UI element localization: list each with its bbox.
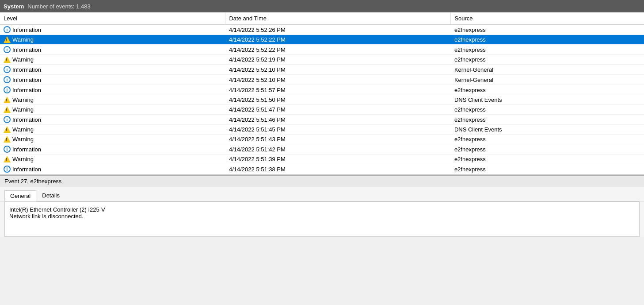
cell-datetime: 4/14/2022 5:52:10 PM (225, 65, 451, 75)
cell-source: e2fnexpress (451, 55, 644, 65)
table-row[interactable]: Warning4/14/2022 5:51:39 PMe2fnexpress (0, 154, 644, 164)
cell-datetime: 4/14/2022 5:52:22 PM (225, 35, 451, 45)
info-icon: i (4, 116, 11, 123)
app-title: System (4, 3, 24, 10)
table-row[interactable]: iInformation4/14/2022 5:51:38 PMe2fnexpr… (0, 164, 644, 174)
table-row[interactable]: iInformation4/14/2022 5:51:46 PMe2fnexpr… (0, 115, 644, 125)
cell-level: Warning (0, 95, 225, 105)
info-icon: i (4, 86, 11, 93)
warning-icon (4, 126, 11, 133)
table-row[interactable]: Warning4/14/2022 5:51:47 PMe2fnexpress (0, 105, 644, 115)
bottom-panel: Event 27, e2fnexpress General Details In… (0, 175, 644, 237)
cell-datetime: 4/14/2022 5:51:39 PM (225, 154, 451, 164)
cell-level: Warning (0, 105, 225, 115)
event-table-body: iInformation4/14/2022 5:52:26 PMe2fnexpr… (0, 25, 644, 174)
warning-icon (4, 106, 11, 113)
cell-datetime: 4/14/2022 5:52:10 PM (225, 75, 451, 85)
cell-source: DNS Client Events (451, 95, 644, 105)
event-count: Number of events: 1,483 (27, 3, 90, 10)
level-text: Warning (12, 126, 34, 133)
table-row[interactable]: iInformation4/14/2022 5:52:10 PMKernel-G… (0, 65, 644, 75)
tab-details[interactable]: Details (36, 190, 65, 201)
info-icon: i (4, 66, 11, 73)
tab-general[interactable]: General (4, 190, 36, 201)
cell-datetime: 4/14/2022 5:52:22 PM (225, 45, 451, 55)
level-text: Information (12, 87, 41, 93)
level-text: Information (12, 66, 41, 73)
cell-level: iInformation (0, 85, 225, 95)
level-text: Information (12, 146, 41, 153)
cell-datetime: 4/14/2022 5:51:42 PM (225, 144, 451, 154)
table-row[interactable]: Warning4/14/2022 5:52:19 PMe2fnexpress (0, 55, 644, 65)
cell-datetime: 4/14/2022 5:51:47 PM (225, 105, 451, 115)
bottom-panel-tabs: General Details (0, 187, 644, 201)
cell-source: e2fnexpress (451, 115, 644, 125)
level-text: Warning (12, 97, 34, 103)
column-header-level[interactable]: Level (0, 12, 225, 25)
cell-source: e2fnexpress (451, 105, 644, 115)
title-bar: System Number of events: 1,483 (0, 0, 644, 12)
cell-level: iInformation (0, 144, 225, 154)
level-text: Warning (12, 36, 34, 43)
warning-icon (4, 36, 11, 43)
cell-datetime: 4/14/2022 5:52:19 PM (225, 55, 451, 65)
cell-source: e2fnexpress (451, 45, 644, 55)
cell-source: e2fnexpress (451, 135, 644, 144)
cell-source: DNS Client Events (451, 125, 644, 135)
bottom-panel-header: Event 27, e2fnexpress (0, 176, 644, 187)
cell-datetime: 4/14/2022 5:51:57 PM (225, 85, 451, 95)
info-icon: i (4, 46, 11, 53)
level-text: Information (12, 77, 41, 83)
table-row[interactable]: iInformation4/14/2022 5:51:57 PMe2fnexpr… (0, 85, 644, 95)
cell-source: e2fnexpress (451, 25, 644, 35)
table-row[interactable]: Warning4/14/2022 5:51:45 PMDNS Client Ev… (0, 125, 644, 135)
table-header-row: Level Date and Time Source (0, 12, 644, 25)
table-row[interactable]: iInformation4/14/2022 5:51:42 PMe2fnexpr… (0, 144, 644, 154)
event-list-container: Level Date and Time Source iInformation4… (0, 12, 644, 175)
table-row[interactable]: Warning4/14/2022 5:51:50 PMDNS Client Ev… (0, 95, 644, 105)
info-icon: i (4, 26, 11, 33)
cell-source: e2fnexpress (451, 35, 644, 45)
cell-source: e2fnexpress (451, 144, 644, 154)
cell-level: Warning (0, 125, 225, 135)
warning-icon (4, 97, 11, 103)
table-row[interactable]: iInformation4/14/2022 5:52:26 PMe2fnexpr… (0, 25, 644, 35)
level-text: Information (12, 46, 41, 53)
cell-level: Warning (0, 154, 225, 164)
level-text: Warning (12, 156, 34, 162)
table-row[interactable]: iInformation4/14/2022 5:52:10 PMKernel-G… (0, 75, 644, 85)
cell-level: iInformation (0, 164, 225, 174)
cell-source: e2fnexpress (451, 85, 644, 95)
warning-icon (4, 156, 11, 162)
level-text: Information (12, 166, 41, 173)
bottom-panel-content: Intel(R) Ethernet Controller (2) I225-V … (4, 201, 640, 237)
info-icon: i (4, 76, 11, 83)
level-text: Information (12, 27, 41, 33)
event-table: Level Date and Time Source iInformation4… (0, 12, 644, 174)
cell-level: iInformation (0, 115, 225, 125)
cell-level: Warning (0, 35, 225, 45)
level-text: Warning (12, 106, 34, 113)
cell-source: Kernel-General (451, 75, 644, 85)
cell-level: iInformation (0, 75, 225, 85)
cell-datetime: 4/14/2022 5:52:26 PM (225, 25, 451, 35)
level-text: Information (12, 116, 41, 123)
cell-level: iInformation (0, 25, 225, 35)
column-header-source[interactable]: Source (451, 12, 644, 25)
cell-datetime: 4/14/2022 5:51:45 PM (225, 125, 451, 135)
warning-icon (4, 56, 11, 63)
cell-datetime: 4/14/2022 5:51:43 PM (225, 135, 451, 144)
cell-datetime: 4/14/2022 5:51:38 PM (225, 164, 451, 174)
cell-level: iInformation (0, 45, 225, 55)
level-text: Warning (12, 56, 34, 63)
cell-datetime: 4/14/2022 5:51:50 PM (225, 95, 451, 105)
table-row[interactable]: Warning4/14/2022 5:51:43 PMe2fnexpress (0, 135, 644, 144)
info-icon: i (4, 166, 11, 173)
table-row[interactable]: Warning4/14/2022 5:52:22 PMe2fnexpress (0, 35, 644, 45)
cell-source: e2fnexpress (451, 164, 644, 174)
info-icon: i (4, 146, 11, 153)
column-header-datetime[interactable]: Date and Time (225, 12, 451, 25)
cell-source: e2fnexpress (451, 154, 644, 164)
table-row[interactable]: iInformation4/14/2022 5:52:22 PMe2fnexpr… (0, 45, 644, 55)
level-text: Warning (12, 136, 34, 143)
